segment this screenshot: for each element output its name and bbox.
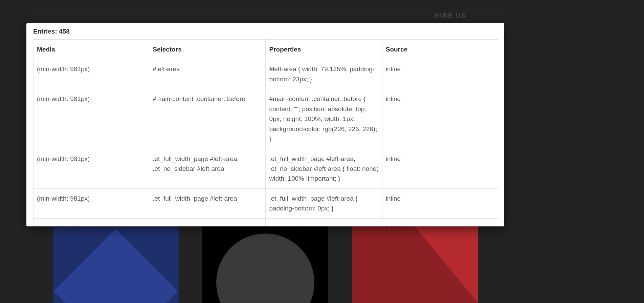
cell-media: (min-width: 981px) — [34, 188, 149, 218]
shape-blue — [53, 226, 179, 303]
table-header-row: Media Selectors Properties Source — [34, 40, 498, 59]
table-row: (min-width: 981px) .et_full_width_page #… — [34, 149, 498, 188]
cell-media: (min-width: 981px) — [34, 89, 149, 149]
cell-selectors: .et_full_width_page #left-area — [149, 188, 266, 218]
column-header-source[interactable]: Source — [382, 40, 498, 59]
cell-source: inline — [382, 218, 498, 226]
column-header-properties[interactable]: Properties — [266, 40, 382, 59]
cell-media: (min-width: 981px) — [34, 218, 149, 226]
shape-red — [352, 226, 478, 303]
table-row: (min-width: 981px) #main-content .contai… — [34, 89, 498, 149]
cell-media: (min-width: 981px) — [34, 149, 149, 188]
cell-selectors: .et_full_width_page #left-area, .et_no_s… — [149, 149, 266, 188]
table-row: (min-width: 981px) .et_full_width_page #… — [34, 188, 498, 218]
css-rules-table: Media Selectors Properties Source (min-w… — [33, 39, 498, 226]
cell-properties: #main-content .container::before { conte… — [266, 89, 382, 149]
cell-properties: .et_no_sidebar #main-content .container:… — [266, 218, 382, 226]
cell-source: inline — [382, 188, 498, 218]
css-entries-panel: Entries: 458 Media Selectors Properties … — [26, 23, 504, 226]
column-header-selectors[interactable]: Selectors — [149, 40, 266, 59]
background-shapes — [0, 226, 644, 303]
cell-source: inline — [382, 149, 498, 188]
cell-properties: .et_full_width_page #left-area { padding… — [266, 188, 382, 218]
cell-selectors: .et_no_sidebar #main-content .container:… — [149, 218, 266, 226]
cell-properties: .et_full_width_page #left-area, .et_no_s… — [266, 149, 382, 188]
cell-source: inline — [382, 59, 498, 89]
shape-black — [202, 226, 328, 303]
cell-properties: #left-area { width: 79.125%; padding-bot… — [266, 59, 382, 89]
cell-selectors: #main-content .container::before — [149, 89, 266, 149]
cell-source: inline — [382, 89, 498, 149]
column-header-media[interactable]: Media — [34, 40, 149, 59]
entries-count: Entries: 458 — [33, 26, 498, 35]
hire-us-link[interactable]: HIRE US — [435, 12, 466, 19]
table-row: (min-width: 981px) .et_no_sidebar #main-… — [34, 218, 498, 226]
cell-media: (min-width: 981px) — [34, 59, 149, 89]
panel-scroll-area[interactable]: Entries: 458 Media Selectors Properties … — [26, 23, 504, 226]
cell-selectors: #left-area — [149, 59, 266, 89]
table-row: (min-width: 981px) #left-area #left-area… — [34, 59, 498, 89]
